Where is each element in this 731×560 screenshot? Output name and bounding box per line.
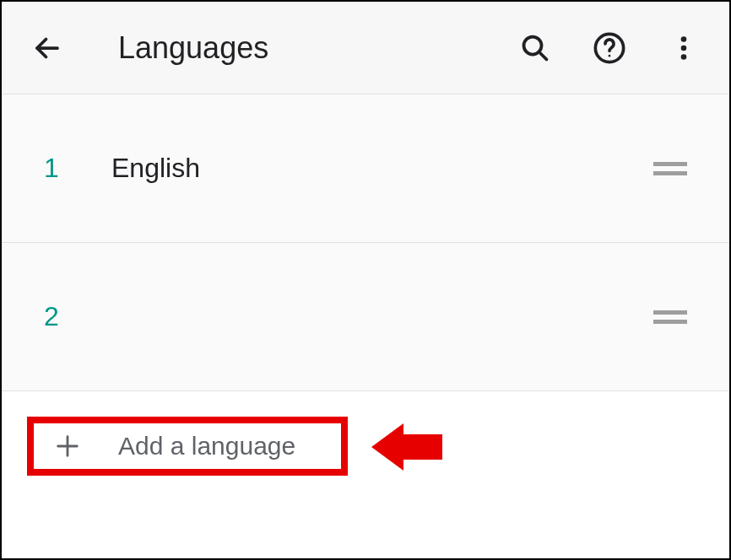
language-name: English xyxy=(111,153,653,184)
add-language-button[interactable]: Add a language xyxy=(27,417,348,476)
svg-point-4 xyxy=(609,54,611,57)
svg-point-7 xyxy=(681,54,687,60)
app-header: Languages xyxy=(2,2,729,94)
arrow-left-icon xyxy=(32,33,62,63)
page-title: Languages xyxy=(118,30,515,66)
more-vert-icon xyxy=(669,33,699,63)
search-button[interactable] xyxy=(515,28,555,68)
language-index: 2 xyxy=(44,301,111,332)
back-button[interactable] xyxy=(27,28,68,68)
language-item[interactable]: 2 xyxy=(2,243,729,391)
svg-point-5 xyxy=(681,36,687,42)
svg-point-6 xyxy=(681,45,687,51)
help-icon xyxy=(593,31,626,65)
language-item[interactable]: 1 English xyxy=(2,94,729,243)
plus-icon xyxy=(51,429,84,463)
help-button[interactable] xyxy=(589,28,630,68)
more-button[interactable] xyxy=(663,28,704,68)
header-actions xyxy=(515,28,704,68)
svg-line-2 xyxy=(539,51,547,59)
drag-handle-icon[interactable] xyxy=(653,162,687,175)
languages-list: 1 English 2 xyxy=(2,94,729,391)
drag-handle-icon[interactable] xyxy=(653,310,687,324)
add-language-label: Add a language xyxy=(118,432,295,460)
language-index: 1 xyxy=(44,153,111,184)
add-language-section: Add a language xyxy=(2,391,729,501)
search-icon xyxy=(520,33,550,63)
